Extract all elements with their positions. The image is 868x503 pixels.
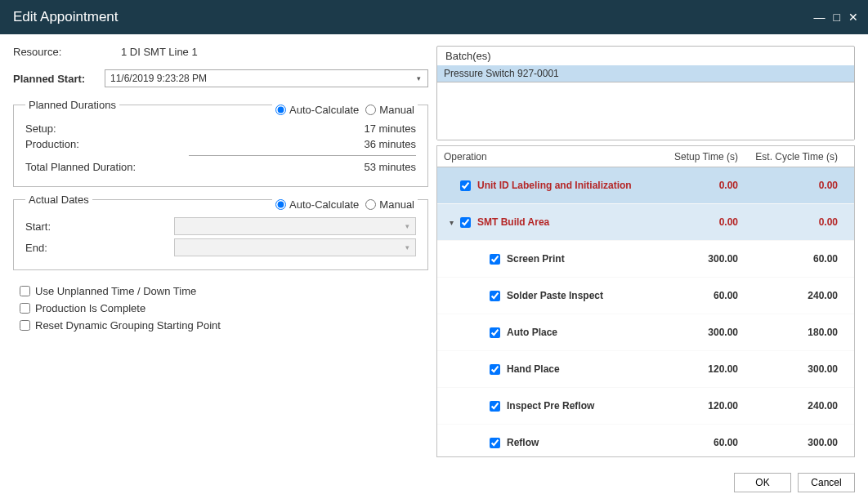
row-checkbox[interactable] xyxy=(490,291,500,301)
actual-end-label: End: xyxy=(25,242,164,254)
actual-end-input: ▾ xyxy=(174,238,416,256)
planned-durations-manual[interactable]: Manual xyxy=(365,104,414,116)
col-header-setup[interactable]: Setup Time (s) xyxy=(658,151,748,162)
divider xyxy=(189,155,416,156)
actual-start-label: Start: xyxy=(25,220,164,233)
operations-grid: Operation Setup Time (s) Est. Cycle Time… xyxy=(436,145,855,457)
cycle-time: 300.00 xyxy=(748,437,854,448)
cycle-time: 240.00 xyxy=(748,400,854,412)
operation-name: Solder Paste Inspect xyxy=(507,290,658,301)
batch-item[interactable]: Pressure Switch 927-0001 xyxy=(437,65,854,82)
setup-time: 300.00 xyxy=(658,253,748,265)
actual-start-input: ▾ xyxy=(174,217,416,235)
row-checkbox[interactable] xyxy=(490,254,500,265)
setup-time: 60.00 xyxy=(658,437,748,448)
actual-dates-manual-radio[interactable] xyxy=(365,199,376,210)
production-complete-checkbox[interactable] xyxy=(20,303,30,314)
use-unplanned-label: Use Unplanned Time / Down Time xyxy=(35,285,196,297)
window-title: Edit Appointment xyxy=(13,9,119,25)
table-row[interactable]: Auto Place300.00180.00 xyxy=(437,314,854,351)
cycle-time: 240.00 xyxy=(748,290,854,301)
production-value: 36 minutes xyxy=(364,138,416,150)
setup-time: 0.00 xyxy=(658,216,748,228)
resource-label: Resource: xyxy=(13,46,95,58)
batches-empty-area xyxy=(437,82,854,140)
chevron-down-icon: ▾ xyxy=(400,220,414,233)
operation-name: Unit ID Labeling and Initialization xyxy=(477,180,658,191)
cycle-time: 0.00 xyxy=(748,216,854,228)
cycle-time: 60.00 xyxy=(748,253,854,265)
operation-name: Reflow xyxy=(507,437,658,448)
setup-label: Setup: xyxy=(25,122,56,135)
batches-legend: Batch(es) xyxy=(437,47,854,65)
planned-start-combo[interactable]: 11/6/2019 9:23:28 PM ▾ xyxy=(105,69,428,87)
titlebar: Edit Appointment — □ ✕ xyxy=(0,0,868,34)
table-row[interactable]: Unit ID Labeling and Initialization0.000… xyxy=(437,167,854,204)
table-row[interactable]: Screen Print300.0060.00 xyxy=(437,241,854,278)
row-checkbox[interactable] xyxy=(490,364,500,375)
col-header-operation[interactable]: Operation xyxy=(437,151,658,162)
planned-durations-fieldset: Planned Durations Auto-Calculate Manual … xyxy=(13,99,428,187)
row-checkbox[interactable] xyxy=(490,401,500,412)
actual-dates-auto[interactable]: Auto-Calculate xyxy=(275,198,359,211)
production-label: Production: xyxy=(25,138,79,150)
close-icon[interactable]: ✕ xyxy=(848,11,858,24)
table-row[interactable]: Reflow60.00300.00 xyxy=(437,425,854,456)
col-header-cycle[interactable]: Est. Cycle Time (s) xyxy=(748,151,854,162)
cycle-time: 0.00 xyxy=(748,180,854,191)
row-checkbox[interactable] xyxy=(490,327,500,338)
cycle-time: 300.00 xyxy=(748,363,854,375)
operation-name: Hand Place xyxy=(507,363,658,375)
planned-start-label: Planned Start: xyxy=(13,73,95,85)
grid-body[interactable]: Unit ID Labeling and Initialization0.000… xyxy=(437,167,854,456)
minimize-icon[interactable]: — xyxy=(814,11,825,24)
chevron-down-icon: ▾ xyxy=(400,241,414,254)
batches-box: Batch(es) Pressure Switch 927-0001 xyxy=(436,46,855,140)
operation-name: Screen Print xyxy=(507,253,658,265)
setup-time: 120.00 xyxy=(658,363,748,375)
setup-time: 300.00 xyxy=(658,327,748,338)
row-checkbox[interactable] xyxy=(490,438,500,448)
row-checkbox[interactable] xyxy=(460,180,471,191)
actual-dates-fieldset: Actual Dates Auto-Calculate Manual Start… xyxy=(13,194,428,270)
setup-time: 120.00 xyxy=(658,400,748,412)
production-complete-label: Production Is Complete xyxy=(35,302,145,314)
chevron-down-icon: ▾ xyxy=(413,73,424,84)
total-value: 53 minutes xyxy=(364,161,416,173)
setup-time: 0.00 xyxy=(658,180,748,191)
planned-start-value: 11/6/2019 9:23:28 PM xyxy=(110,73,207,84)
actual-dates-manual[interactable]: Manual xyxy=(365,198,414,211)
reset-grouping-label: Reset Dynamic Grouping Starting Point xyxy=(35,319,221,332)
row-checkbox[interactable] xyxy=(460,217,471,228)
operation-name: SMT Build Area xyxy=(477,216,658,228)
use-unplanned-checkbox[interactable] xyxy=(20,286,30,296)
table-row[interactable]: Hand Place120.00300.00 xyxy=(437,351,854,388)
table-row[interactable]: ▾SMT Build Area0.000.00 xyxy=(437,204,854,241)
cycle-time: 180.00 xyxy=(748,327,854,338)
planned-durations-manual-radio[interactable] xyxy=(365,105,376,115)
setup-time: 60.00 xyxy=(658,290,748,301)
total-label: Total Planned Duration: xyxy=(25,161,136,173)
maximize-icon[interactable]: □ xyxy=(834,11,840,24)
actual-dates-auto-radio[interactable] xyxy=(275,199,286,210)
cancel-button[interactable]: Cancel xyxy=(798,473,855,492)
planned-durations-legend: Planned Durations xyxy=(25,99,119,111)
planned-durations-auto[interactable]: Auto-Calculate xyxy=(275,104,359,116)
actual-dates-legend: Actual Dates xyxy=(25,194,92,206)
setup-value: 17 minutes xyxy=(364,122,416,135)
resource-value: 1 DI SMT Line 1 xyxy=(105,46,198,58)
reset-grouping-checkbox[interactable] xyxy=(20,320,30,331)
expander-icon[interactable]: ▾ xyxy=(445,218,457,227)
table-row[interactable]: Solder Paste Inspect60.00240.00 xyxy=(437,278,854,314)
planned-durations-auto-radio[interactable] xyxy=(275,105,286,115)
ok-button[interactable]: OK xyxy=(734,473,791,492)
table-row[interactable]: Inspect Pre Reflow120.00240.00 xyxy=(437,388,854,425)
operation-name: Inspect Pre Reflow xyxy=(507,400,658,412)
operation-name: Auto Place xyxy=(507,327,658,338)
